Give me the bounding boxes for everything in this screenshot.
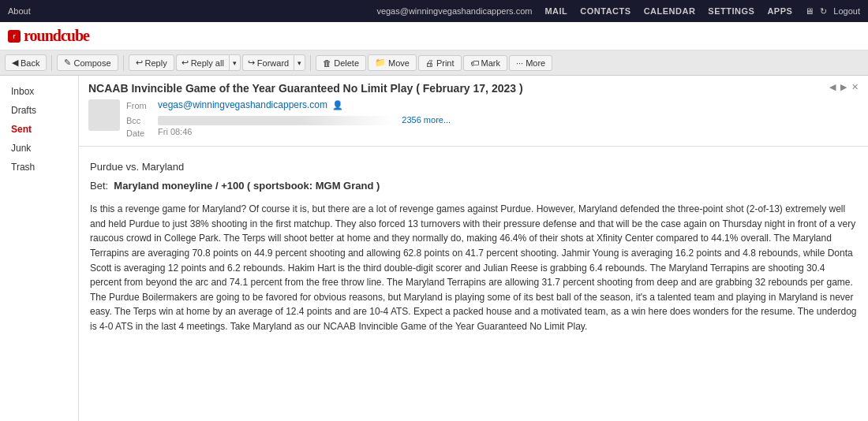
bet-line: Bet: Maryland moneyline / +100 ( sportsb… [90, 178, 857, 194]
sidebar-item-inbox[interactable]: Inbox [0, 82, 78, 101]
main-layout: Inbox Drafts Sent Junk Trash NCAAB Invin… [0, 76, 868, 421]
bcc-row: Bcc 2356 more... [126, 114, 859, 125]
from-email: vegas@winningvegashandicappers.com [158, 99, 327, 110]
sidebar-item-junk[interactable]: Junk [0, 139, 78, 158]
back-button[interactable]: ◀ Back [5, 54, 47, 71]
date-value: Fri 08:46 [158, 127, 859, 136]
logo: r roundcube [8, 27, 89, 45]
toolbar-separator-2 [123, 55, 124, 71]
forward-dropdown[interactable]: ▾ [294, 54, 305, 71]
back-icon: ◀ [12, 58, 18, 68]
nav-mail[interactable]: MAIL [544, 6, 567, 16]
sidebar: Inbox Drafts Sent Junk Trash [0, 76, 79, 421]
move-icon: 📁 [375, 58, 386, 68]
recipients-blur [158, 116, 395, 125]
topbar-user-email: vegas@winningvegashandicappers.com [376, 6, 532, 16]
toolbar-separator-1 [51, 55, 52, 71]
toolbar: ◀ Back ✎ Compose ↩ Reply ↩ Reply all ▾ ↪… [0, 50, 868, 76]
meta-fields: From vegas@winningvegashandicappers.com … [126, 99, 859, 140]
bcc-label: Bcc [126, 114, 158, 125]
print-button[interactable]: 🖨 Print [418, 55, 462, 71]
from-label: From [126, 99, 158, 110]
compose-icon: ✎ [64, 58, 71, 68]
forward-icon: ↪ [248, 58, 255, 68]
print-icon: 🖨 [425, 58, 434, 68]
reply-all-dropdown[interactable]: ▾ [229, 54, 241, 71]
match-title: Purdue vs. Maryland [90, 159, 857, 175]
more-icon: ··· [516, 58, 523, 68]
bcc-value-area: 2356 more... [158, 114, 859, 125]
more-button[interactable]: ··· More [509, 55, 552, 71]
logobar: r roundcube [0, 22, 868, 50]
header-action-next[interactable]: ▶ [840, 82, 847, 92]
logout-label[interactable]: Logout [833, 6, 860, 16]
email-body: Purdue vs. Maryland Bet: Maryland moneyl… [79, 147, 868, 421]
logout-icon: ↻ [820, 6, 827, 17]
header-actions: ◀ ▶ ✕ [829, 82, 859, 92]
toolbar-separator-3 [310, 55, 311, 71]
forward-button[interactable]: ↪ Forward [242, 54, 294, 71]
sidebar-item-drafts[interactable]: Drafts [0, 101, 78, 120]
move-button[interactable]: 📁 Move [368, 54, 417, 71]
topbar: About vegas@winningvegashandicappers.com… [0, 0, 868, 22]
reply-all-icon: ↩ [181, 58, 189, 68]
from-row: From vegas@winningvegashandicappers.com … [126, 99, 859, 113]
logo-cube: r [8, 30, 21, 43]
email-meta-area: From vegas@winningvegashandicappers.com … [88, 99, 859, 140]
logo-text: roundcube [24, 27, 89, 45]
avatar [88, 99, 120, 131]
date-row: Date Fri 08:46 [126, 127, 859, 138]
compose-button[interactable]: ✎ Compose [57, 54, 118, 71]
mark-icon: 🏷 [470, 58, 479, 68]
sidebar-item-sent[interactable]: Sent [0, 120, 78, 139]
from-value-area: vegas@winningvegashandicappers.com 👤 [158, 99, 343, 110]
email-content: NCAAB Invincible Game of the Year Guaran… [79, 76, 868, 421]
nav-settings[interactable]: SETTINGS [708, 6, 754, 16]
nav-calendar[interactable]: CALENDAR [644, 6, 696, 16]
email-body-text: Is this a revenge game for Maryland? Of … [90, 202, 857, 333]
delete-button[interactable]: 🗑 Delete [316, 55, 366, 71]
reply-button[interactable]: ↩ Reply [129, 54, 174, 71]
sidebar-item-trash[interactable]: Trash [0, 158, 78, 177]
contact-icon: 👤 [332, 100, 343, 110]
forward-split: ↪ Forward ▾ [242, 54, 305, 71]
monitor-icon: 🖥 [805, 6, 814, 16]
topbar-about[interactable]: About [8, 6, 31, 16]
nav-contacts[interactable]: CONTACTS [580, 6, 630, 16]
nav-apps[interactable]: APPS [767, 6, 792, 16]
email-subject: NCAAB Invincible Game of the Year Guaran… [88, 82, 523, 95]
header-action-prev[interactable]: ◀ [829, 82, 836, 92]
date-label: Date [126, 127, 158, 138]
email-header: NCAAB Invincible Game of the Year Guaran… [79, 76, 868, 147]
reply-all-split: ↩ Reply all ▾ [176, 54, 241, 71]
reply-all-button[interactable]: ↩ Reply all [176, 54, 229, 71]
header-action-close[interactable]: ✕ [851, 82, 859, 92]
more-recipients-link[interactable]: 2356 more... [402, 115, 451, 125]
mark-button[interactable]: 🏷 Mark [463, 55, 507, 71]
delete-icon: 🗑 [323, 58, 331, 68]
reply-icon: ↩ [136, 58, 143, 68]
